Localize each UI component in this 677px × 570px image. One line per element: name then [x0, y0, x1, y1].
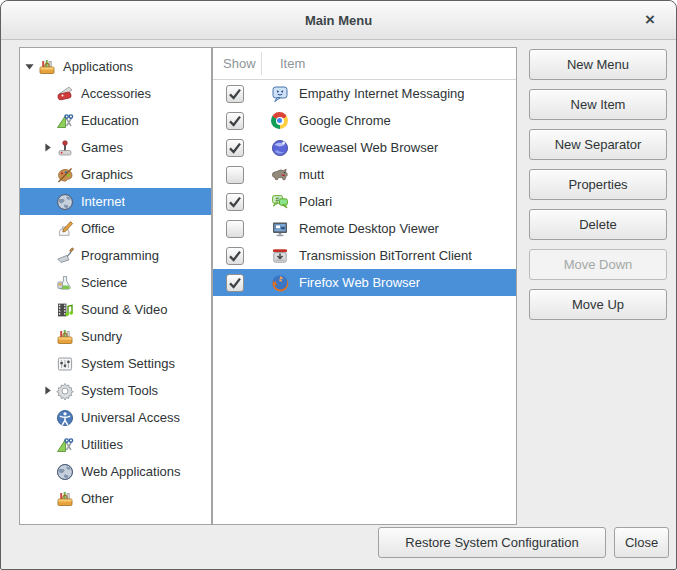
tree-item-games[interactable]: Games	[20, 134, 211, 161]
firefox-icon	[269, 272, 290, 293]
tree-item-label: Graphics	[81, 167, 133, 182]
properties-button[interactable]: Properties	[529, 169, 667, 200]
mutt-icon	[269, 164, 290, 185]
show-checkbox-checked[interactable]	[226, 274, 244, 292]
expander-spacer	[41, 412, 54, 423]
tree-item-education[interactable]: Education	[20, 107, 211, 134]
globe-icon	[54, 191, 75, 212]
tree-item-system-tools[interactable]: System Tools	[20, 377, 211, 404]
show-checkbox-unchecked[interactable]	[226, 166, 244, 184]
item-row-polari[interactable]: #Polari	[213, 188, 516, 215]
swiss-knife-icon	[54, 83, 75, 104]
restore-system-configuration-button[interactable]: Restore System Configuration	[378, 527, 606, 558]
tree-item-programming[interactable]: Programming	[20, 242, 211, 269]
ruler-scissors-icon	[54, 434, 75, 455]
tree-item-universal-access[interactable]: Universal Access	[20, 404, 211, 431]
tree-item-label: System Tools	[81, 383, 158, 398]
expander-spacer	[41, 196, 54, 207]
item-row-empathy-internet-messaging[interactable]: Empathy Internet Messaging	[213, 80, 516, 107]
item-label: Empathy Internet Messaging	[299, 86, 464, 101]
show-checkbox-checked[interactable]	[226, 193, 244, 211]
tree-item-internet[interactable]: Internet	[20, 188, 211, 215]
tree-item-label: Accessories	[81, 86, 151, 101]
transmission-icon	[269, 245, 290, 266]
expander-spacer	[41, 358, 54, 369]
tree-item-sundry[interactable]: Sundry	[20, 323, 211, 350]
column-header-show[interactable]: Show	[213, 56, 261, 71]
tree-item-science[interactable]: Science	[20, 269, 211, 296]
show-checkbox-checked[interactable]	[226, 139, 244, 157]
expander-spacer	[41, 277, 54, 288]
tree-item-label: System Settings	[81, 356, 175, 371]
flask-icon	[54, 272, 75, 293]
item-label: Remote Desktop Viewer	[299, 221, 439, 236]
delete-button[interactable]: Delete	[529, 209, 667, 240]
tree-item-system-settings[interactable]: System Settings	[20, 350, 211, 377]
column-header-item[interactable]: Item	[261, 56, 305, 71]
item-label: Iceweasel Web Browser	[299, 140, 438, 155]
item-row-iceweasel-web-browser[interactable]: Iceweasel Web Browser	[213, 134, 516, 161]
item-row-google-chrome[interactable]: Google Chrome	[213, 107, 516, 134]
item-row-mutt[interactable]: mutt	[213, 161, 516, 188]
new-item-button[interactable]: New Item	[529, 89, 667, 120]
tree-item-label: Utilities	[81, 437, 123, 452]
expander-spacer	[41, 304, 54, 315]
new-menu-button[interactable]: New Menu	[529, 49, 667, 80]
polari-icon: #	[269, 191, 290, 212]
show-checkbox-checked[interactable]	[226, 85, 244, 103]
tree-item-applications[interactable]: Applications	[20, 53, 211, 80]
tree-item-label: Internet	[81, 194, 125, 209]
toolbox-icon	[54, 488, 75, 509]
globe-icon	[54, 461, 75, 482]
tree-item-utilities[interactable]: Utilities	[20, 431, 211, 458]
show-checkbox-checked[interactable]	[226, 112, 244, 130]
close-window-button[interactable]: ×	[638, 8, 662, 32]
tree-item-web-applications[interactable]: Web Applications	[20, 458, 211, 485]
toolbox-icon	[54, 326, 75, 347]
show-checkbox-checked[interactable]	[226, 247, 244, 265]
titlebar: Main Menu ×	[1, 1, 676, 40]
expander-collapsed-icon[interactable]	[41, 385, 54, 396]
show-checkbox-unchecked[interactable]	[226, 220, 244, 238]
category-tree: ApplicationsAccessoriesEducationGamesGra…	[19, 47, 212, 525]
close-button[interactable]: Close	[614, 527, 669, 558]
item-row-remote-desktop-viewer[interactable]: Remote Desktop Viewer	[213, 215, 516, 242]
expander-spacer	[41, 88, 54, 99]
tree-item-other[interactable]: Other	[20, 485, 211, 512]
tree-item-label: Other	[81, 491, 114, 506]
tree-item-label: Programming	[81, 248, 159, 263]
move-down-button[interactable]: Move Down	[529, 249, 667, 280]
item-label: Google Chrome	[299, 113, 391, 128]
palette-icon	[54, 164, 75, 185]
tree-item-label: Games	[81, 140, 123, 155]
window-title: Main Menu	[305, 13, 372, 28]
tree-item-sound-video[interactable]: Sound & Video	[20, 296, 211, 323]
tree-item-label: Science	[81, 275, 127, 290]
tree-item-graphics[interactable]: Graphics	[20, 161, 211, 188]
main-menu-window: Main Menu × ApplicationsAccessoriesEduca…	[0, 0, 677, 570]
tree-item-label: Office	[81, 221, 115, 236]
move-up-button[interactable]: Move Up	[529, 289, 667, 320]
expander-expanded-icon[interactable]	[23, 61, 36, 72]
item-row-transmission-bittorrent-client[interactable]: Transmission BitTorrent Client	[213, 242, 516, 269]
expander-spacer	[41, 493, 54, 504]
tree-item-label: Sound & Video	[81, 302, 168, 317]
remote-desktop-icon	[269, 218, 290, 239]
tree-item-label: Sundry	[81, 329, 122, 344]
tree-item-accessories[interactable]: Accessories	[20, 80, 211, 107]
tree-item-office[interactable]: Office	[20, 215, 211, 242]
accessibility-icon	[54, 407, 75, 428]
expander-spacer	[41, 331, 54, 342]
control-panel-icon	[54, 353, 75, 374]
gear-icon	[54, 380, 75, 401]
close-icon: ×	[645, 10, 655, 30]
item-row-firefox-web-browser[interactable]: Firefox Web Browser	[213, 269, 516, 296]
ruler-scissors-icon	[54, 110, 75, 131]
expander-spacer	[41, 223, 54, 234]
expander-collapsed-icon[interactable]	[41, 142, 54, 153]
new-separator-button[interactable]: New Separator	[529, 129, 667, 160]
item-label: Polari	[299, 194, 332, 209]
chrome-icon	[269, 110, 290, 131]
expander-spacer	[41, 439, 54, 450]
tree-item-label: Web Applications	[81, 464, 181, 479]
